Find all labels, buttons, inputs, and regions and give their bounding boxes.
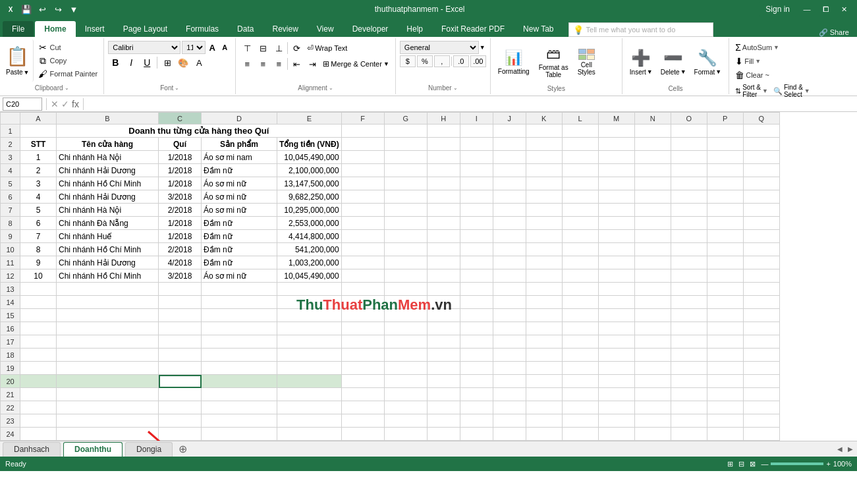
fill-dropdown-icon[interactable]: ▼ [755,58,761,65]
cell-a6[interactable]: 4 [20,190,57,204]
font-size-select[interactable]: 11 [182,41,206,54]
cell-n1[interactable] [634,125,671,138]
increase-indent-btn[interactable]: ⇥ [305,57,319,71]
wrap-text-button[interactable]: ⏎ Wrap Text [305,42,349,55]
zoom-slider[interactable] [771,462,823,465]
cell-a12[interactable]: 10 [20,269,57,283]
copy-button[interactable]: ⧉ Copy [35,54,100,67]
cell-m2[interactable] [598,138,634,151]
sign-in-button[interactable]: Sign in [759,2,796,16]
cell-m1[interactable] [598,125,634,138]
increase-decimal-btn[interactable]: .0 [453,55,469,67]
cell-e2[interactable]: Tổng tiền (VNĐ) [277,138,342,151]
tab-view[interactable]: View [308,21,343,37]
view-page-break-btn[interactable]: ⊠ [750,460,756,468]
number-format-dropdown[interactable]: ▼ [480,44,485,51]
percent-btn[interactable]: % [417,55,433,67]
tab-new-tab[interactable]: New Tab [514,21,563,37]
sheet-scroll-left[interactable]: ◀ [836,445,844,453]
font-group-label[interactable]: Font ⌄ [107,82,233,93]
cell-e8[interactable]: 2,553,000,000 [277,217,342,230]
cell-d12[interactable]: Áo sơ mi nữ [202,269,277,283]
save-qat-btn[interactable]: 💾 [20,3,33,16]
paste-button[interactable]: 📋 Paste ▼ [3,40,34,82]
cell-b4[interactable]: Chi nhánh Hải Dương [57,164,159,177]
sort-dropdown-icon[interactable]: ▼ [762,88,768,94]
italic-button[interactable]: I [124,55,138,70]
tell-me-bar[interactable]: 💡 Tell me what you want to do [568,22,713,37]
align-center-btn[interactable]: ≡ [256,57,270,71]
cell-b11[interactable]: Chi nhánh Hải Dương [57,256,159,269]
redo-qat-btn[interactable]: ↪ [51,3,65,16]
cell-o1[interactable] [671,125,707,138]
cell-a5[interactable]: 3 [20,177,57,190]
cells-group-label[interactable]: Cells [625,84,726,93]
maximize-btn[interactable]: ⧠ [817,3,833,15]
cell-n2[interactable] [634,138,671,151]
cell-b1-merged[interactable]: Doanh thu từng cửa hàng theo Quí [57,125,342,138]
find-select-button[interactable]: 🔍 Find &Select ▼ [771,84,812,98]
qat-dropdown-btn[interactable]: ▼ [67,3,80,16]
cell-e3[interactable]: 10,045,490,000 [277,151,342,164]
sheet-tab-doanhthu[interactable]: Doanhthu [63,442,123,457]
cell-c5[interactable]: 1/2018 [159,177,202,190]
cell-c12[interactable]: 3/2018 [159,269,202,283]
cell-d9[interactable]: Đầm nữ [202,230,277,243]
sheet-scroll-right[interactable]: ▶ [846,445,854,453]
cell-k1[interactable] [526,125,562,138]
cell-c7[interactable]: 2/2018 [159,204,202,217]
cell-b7[interactable]: Chi nhánh Hà Nội [57,204,159,217]
zoom-in-btn[interactable]: + [826,460,830,468]
merge-dropdown-icon[interactable]: ▼ [383,61,389,67]
format-painter-button[interactable]: 🖌 Format Painter [35,67,100,80]
tab-developer[interactable]: Developer [343,21,398,37]
tab-file[interactable]: File [3,21,34,37]
cell-d3[interactable]: Áo sơ mi nam [202,151,277,164]
decrease-indent-btn[interactable]: ⇤ [289,57,304,71]
cell-e5[interactable]: 13,147,500,000 [277,177,342,190]
undo-qat-btn[interactable]: ↩ [36,3,49,16]
align-middle-btn[interactable]: ⊟ [256,41,270,55]
add-sheet-button[interactable]: ⊕ [175,442,190,457]
cell-c3[interactable]: 1/2018 [159,151,202,164]
cell-j1[interactable] [493,125,526,138]
sort-filter-button[interactable]: ⇅ Sort &Filter ▼ [733,84,770,98]
text-angle-btn[interactable]: ⟳ [289,41,304,55]
tab-home[interactable]: Home [35,21,75,37]
fill-button[interactable]: ⬇ Fill ▼ [733,55,763,68]
font-size-increase-btn[interactable]: A [206,42,218,53]
zoom-out-btn[interactable]: — [761,460,768,468]
close-btn[interactable]: ✕ [836,3,852,15]
cell-o2[interactable] [671,138,707,151]
cell-e12[interactable]: 10,045,490,000 [277,269,342,283]
paste-dropdown-icon[interactable]: ▼ [24,69,30,76]
cell-f1[interactable] [341,125,384,138]
cell-a3[interactable]: 1 [20,151,57,164]
cell-a9[interactable]: 7 [20,230,57,243]
font-name-select[interactable]: Calibri [108,41,180,54]
sheet-tab-danhsach[interactable]: Danhsach [3,442,61,457]
align-top-btn[interactable]: ⊤ [240,41,254,55]
number-format-select[interactable]: General [400,41,479,54]
formula-input[interactable] [88,98,854,111]
number-group-label[interactable]: Number ⌄ [399,82,487,93]
view-page-layout-btn[interactable]: ⊟ [738,460,744,468]
cell-d11[interactable]: Đầm nữ [202,256,277,269]
autosum-button[interactable]: Σ AutoSum ▼ [733,41,781,54]
cell-b6[interactable]: Chi nhánh Hải Dương [57,190,159,204]
cell-c11[interactable]: 4/2018 [159,256,202,269]
autosum-dropdown-icon[interactable]: ▼ [773,44,779,51]
grid-scroll-area[interactable]: A B C D E F G H I J K L M N O [0,112,857,441]
cell-h2[interactable] [427,138,460,151]
underline-button[interactable]: U [140,55,154,70]
cell-b5[interactable]: Chi nhánh Hồ Chí Minh [57,177,159,190]
cell-e4[interactable]: 2,100,000,000 [277,164,342,177]
cell-a4[interactable]: 2 [20,164,57,177]
cell-c4[interactable]: 1/2018 [159,164,202,177]
cell-i1[interactable] [460,125,493,138]
format-dropdown-icon[interactable]: ▼ [715,69,721,75]
find-dropdown-icon[interactable]: ▼ [804,88,810,94]
cell-q2[interactable] [743,138,779,151]
align-right-btn[interactable]: ≡ [271,57,286,71]
sheet-tab-dongia[interactable]: Dongia [125,442,173,457]
